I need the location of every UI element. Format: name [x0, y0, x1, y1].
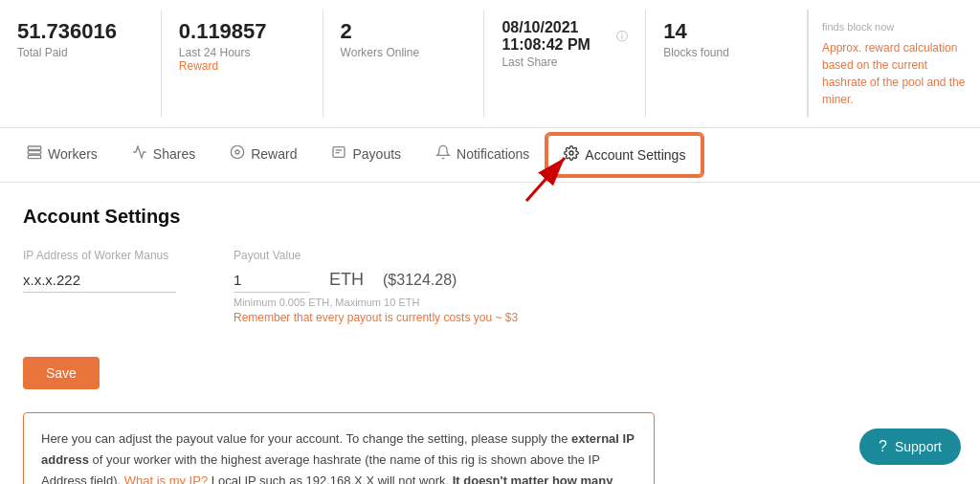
svg-point-3 [232, 145, 244, 158]
shares-icon [132, 144, 147, 164]
payout-usd: ($3124.28) [383, 272, 457, 289]
info-text-3: Local IP such as 192.168.X.X will not wo… [208, 473, 453, 484]
workers-icon [27, 144, 42, 164]
stat-last24h: 0.119857 Last 24 Hours Reward [162, 10, 323, 118]
svg-rect-1 [28, 150, 40, 153]
total-paid-label: Total Paid [17, 46, 144, 59]
tab-account-settings-label: Account Settings [585, 147, 685, 163]
form-row: IP Address of Worker Manus Payout Value … [23, 249, 957, 324]
last-share-label: Last Share [501, 55, 628, 69]
tab-shares-label: Shares [153, 146, 195, 162]
stat-blocks-found: 14 Blocks found [646, 10, 808, 118]
main-container: 51.736016 Total Paid 0.119857 Last 24 Ho… [0, 0, 980, 484]
support-button[interactable]: ? Support [859, 429, 961, 465]
ip-form-group: IP Address of Worker Manus [23, 249, 176, 324]
info-text-1: Here you can adjust the payout value for… [41, 431, 571, 446]
what-is-my-ip-link[interactable]: What is my IP? [124, 473, 208, 484]
last24h-sub: Reward [179, 59, 305, 73]
tab-reward[interactable]: Reward [212, 131, 314, 179]
total-paid-value: 51.736016 [17, 19, 144, 44]
workers-value: 2 [341, 19, 467, 44]
tab-account-settings[interactable]: Account Settings [546, 134, 702, 176]
blocks-found-label: Blocks found [663, 46, 790, 59]
last24h-value: 0.119857 [179, 19, 305, 44]
svg-point-4 [235, 150, 239, 154]
ip-input[interactable] [23, 268, 176, 293]
tab-notifications[interactable]: Notifications [418, 131, 546, 179]
workers-label: Workers Online [341, 46, 467, 59]
payouts-icon [331, 144, 346, 164]
tab-payouts-label: Payouts [352, 146, 401, 162]
support-label: Support [895, 439, 942, 454]
approx-reward-note: Approx. reward calculation based on the … [822, 39, 967, 108]
content-area: Account Settings IP Address of Worker Ma… [0, 183, 980, 485]
payout-form-group: Payout Value ETH ($3124.28) Minimum 0.00… [234, 249, 518, 324]
blocks-found-value: 14 [663, 19, 790, 44]
ip-label: IP Address of Worker Manus [23, 249, 176, 262]
tab-notifications-label: Notifications [457, 146, 529, 162]
payout-input[interactable] [234, 268, 310, 293]
save-button[interactable]: Save [23, 357, 100, 389]
reward-icon [230, 144, 245, 164]
tab-reward-label: Reward [251, 146, 297, 162]
info-icon[interactable]: ⓘ [616, 29, 628, 45]
stat-side-note: finds block now Approx. reward calculati… [808, 10, 980, 118]
info-box: Here you can adjust the payout value for… [23, 412, 655, 485]
last24h-label: Last 24 Hours [179, 46, 305, 59]
stat-last-share: 08/10/2021 11:08:42 PM ⓘ Last Share [484, 10, 646, 118]
section-title: Account Settings [23, 206, 957, 228]
payout-row: ETH ($3124.28) [234, 268, 518, 293]
payout-min: Minimum 0.005 ETH, Maximum 10 ETH [234, 297, 518, 308]
stat-workers: 2 Workers Online [323, 10, 485, 118]
svg-rect-2 [28, 155, 40, 158]
payout-currency: ETH [329, 270, 364, 290]
tab-workers[interactable]: Workers [10, 131, 115, 179]
tab-workers-label: Workers [48, 146, 98, 162]
last-share-value: 08/10/2021 11:08:42 PM [501, 19, 612, 54]
nav-tabs: Workers Shares Reward Payouts Notificati… [0, 128, 980, 183]
payout-label: Payout Value [234, 249, 518, 262]
svg-rect-0 [28, 146, 40, 149]
notifications-icon [435, 144, 451, 164]
payout-warn: Remember that every payout is currently … [234, 311, 518, 324]
tab-payouts[interactable]: Payouts [314, 131, 418, 179]
finds-block-note: finds block now [822, 19, 967, 35]
stat-total-paid: 51.736016 Total Paid [0, 10, 162, 118]
stats-bar: 51.736016 Total Paid 0.119857 Last 24 Ho… [0, 0, 980, 128]
support-icon: ? [879, 438, 887, 455]
tab-shares[interactable]: Shares [115, 131, 212, 179]
account-settings-icon [564, 145, 579, 165]
svg-point-8 [569, 151, 573, 155]
